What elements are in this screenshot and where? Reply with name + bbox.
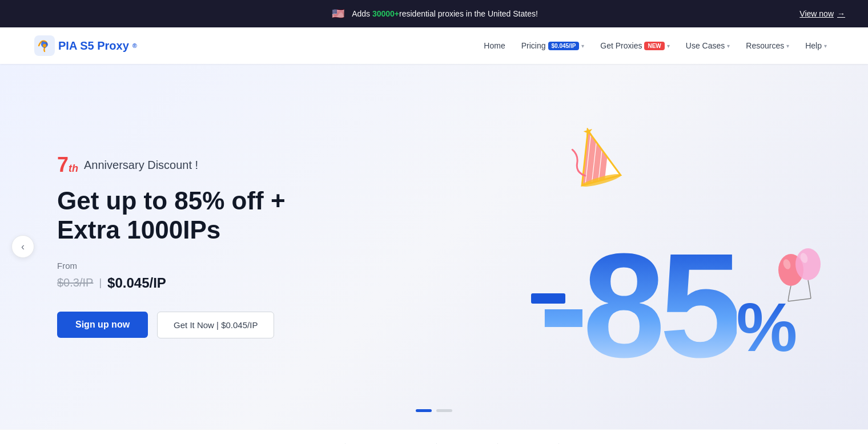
nav-pricing-label: Pricing (521, 41, 546, 50)
get-proxies-badge: NEW (644, 42, 664, 50)
hero-title-line2: Extra 1000IPs (57, 216, 220, 244)
price-divider: | (99, 277, 102, 289)
pricing-chevron-icon: ▾ (581, 43, 584, 49)
feature-api: 🔗 API (559, 439, 622, 444)
slide-indicators (416, 409, 452, 412)
price-new: $0.045/IP (107, 275, 166, 291)
hero-section: ‹ 7th Anniversary Discount ! Get up to 8… (0, 64, 868, 429)
price-row: $0.3/IP | $0.045/IP (57, 275, 400, 291)
nav-resources[interactable]: Resources ▾ (739, 37, 796, 55)
nav-help-label: Help (805, 41, 822, 50)
svg-point-13 (795, 248, 821, 280)
banner-text-before: Adds (352, 9, 372, 18)
anniversary-suffix: th (69, 163, 78, 175)
pricing-badge: $0.045/IP (548, 42, 580, 50)
banner-text: Adds 30000+residential proxies in the Un… (352, 9, 538, 18)
hero-content: 7th Anniversary Discount ! Get up to 85%… (57, 155, 400, 338)
nav-use-cases-label: Use Cases (686, 41, 725, 50)
flag-icon: 🇺🇸 (330, 6, 346, 22)
slide-dot-1[interactable] (416, 409, 432, 412)
feature-isp: 🖥 ISP (437, 439, 498, 445)
feature-geo-targeting: 🌐 Geo-targeting (246, 439, 345, 444)
from-label: From (57, 261, 400, 271)
sign-up-button[interactable]: Sign up now (57, 312, 148, 338)
balloons-icon (777, 244, 822, 326)
banner-highlight: 30000+ (372, 9, 399, 18)
price-old: $0.3/IP (57, 276, 93, 289)
feature-ip-segment: 📍 IP segment (345, 439, 436, 444)
logo-text: PIA S5 Proxy (58, 39, 129, 53)
discount-visual: -85 % (525, 121, 811, 372)
nav-use-cases[interactable]: Use Cases ▾ (679, 37, 737, 55)
logo[interactable]: PIA S5 Proxy® (34, 35, 137, 56)
logo-icon (34, 35, 55, 56)
nav-home[interactable]: Home (477, 37, 512, 55)
anniversary-number: 7 (57, 155, 69, 175)
anniversary-label: Anniversary Discount ! (84, 159, 198, 172)
hero-title: Get up to 85% off + Extra 1000IPs (57, 187, 400, 244)
big-discount-number: -85 (539, 239, 737, 372)
prev-slide-button[interactable]: ‹ (11, 235, 34, 258)
nav-get-proxies-label: Get Proxies (600, 41, 642, 50)
minus-decoration (531, 293, 565, 304)
help-chevron-icon: ▾ (824, 43, 827, 49)
use-cases-chevron-icon: ▾ (727, 43, 730, 49)
hero-buttons: Sign up now Get It Now | $0.045/IP (57, 312, 400, 338)
anniversary-badge: 7th Anniversary Discount ! (57, 155, 400, 175)
svg-line-16 (788, 298, 811, 301)
main-nav: Home Pricing $0.045/IP ▾ Get Proxies NEW… (477, 37, 834, 55)
party-hat-icon (562, 122, 631, 206)
nav-home-label: Home (484, 41, 505, 50)
hero-title-line1: Get up to 85% off + (57, 187, 286, 215)
banner-text-after: residential proxies in the United States… (399, 9, 538, 18)
get-it-now-button[interactable]: Get It Now | $0.045/IP (157, 312, 274, 338)
logo-reg: ® (132, 42, 137, 49)
feature-zip: 🗂 ZIP (498, 439, 558, 445)
view-now-label: View now (799, 9, 834, 18)
features-bar: 🌐 Geo-targeting 📍 IP segment 🖥 ISP 🗂 ZIP… (0, 429, 868, 444)
nav-get-proxies[interactable]: Get Proxies NEW ▾ (593, 37, 676, 55)
nav-pricing[interactable]: Pricing $0.045/IP ▾ (515, 37, 592, 55)
arrow-icon: → (837, 9, 845, 18)
header: PIA S5 Proxy® Home Pricing $0.045/IP ▾ G… (0, 27, 868, 64)
resources-chevron-icon: ▾ (786, 43, 789, 49)
nav-help[interactable]: Help ▾ (798, 37, 834, 55)
nav-resources-label: Resources (746, 41, 784, 50)
hero-visual: -85 % (400, 110, 811, 384)
view-now-button[interactable]: View now → (799, 9, 845, 18)
svg-point-1 (43, 44, 46, 47)
slide-dot-2[interactable] (436, 409, 452, 412)
top-banner: 🇺🇸 Adds 30000+residential proxies in the… (0, 0, 868, 27)
get-proxies-chevron-icon: ▾ (667, 43, 670, 49)
